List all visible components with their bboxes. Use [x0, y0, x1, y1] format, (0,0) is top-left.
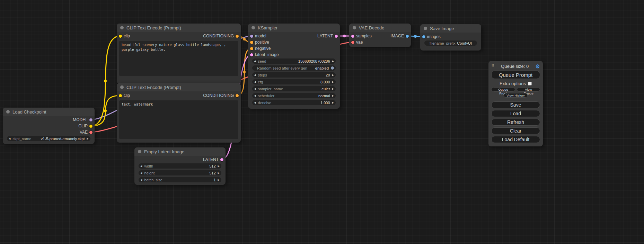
slots: LATENT: [134, 156, 226, 163]
save-button[interactable]: Save: [491, 101, 540, 108]
widget-steps[interactable]: ◀ steps 20 ▶: [252, 72, 336, 78]
extra-options-row: Extra options: [491, 81, 540, 86]
prompt-textarea[interactable]: text, watermark: [119, 100, 238, 139]
increment-arrow-icon[interactable]: ▶: [332, 74, 334, 76]
increment-arrow-icon[interactable]: ▶: [218, 172, 220, 174]
widget-ckpt-name[interactable]: ◀ ckpt_name v1-5-pruned-emaonly.ckpt ▶: [7, 136, 90, 141]
widget-filename-prefix[interactable]: filename_prefix ComfyUI: [424, 40, 477, 46]
widget-batch-size[interactable]: ◀ batch_size 1 ▶: [139, 177, 221, 182]
node-clip-text-encode-positive[interactable]: CLIP Text Encode (Prompt) clip CONDITION…: [117, 24, 241, 84]
slot-row: VAE: [3, 129, 95, 135]
decrement-arrow-icon[interactable]: ◀: [254, 81, 256, 83]
settings-gear-icon[interactable]: ⚙: [536, 64, 540, 69]
node-titlebar[interactable]: CLIP Text Encode (Prompt): [117, 24, 241, 32]
input-port-clip[interactable]: [119, 94, 122, 97]
load-button[interactable]: Load: [491, 110, 540, 117]
output-port-conditioning[interactable]: [236, 35, 239, 38]
queue-prompt-button[interactable]: Queue Prompt: [491, 71, 540, 79]
widget-label: Random seed after every gen: [257, 66, 307, 70]
increment-arrow-icon[interactable]: ▶: [218, 179, 220, 181]
widget-value: normal: [318, 94, 330, 98]
node-empty-latent-image[interactable]: Empty Latent Image LATENT ◀ width 512 ▶ …: [134, 147, 226, 185]
prompt-textarea[interactable]: beautiful scenery nature glass bottle la…: [119, 41, 238, 76]
input-port-positive[interactable]: [250, 41, 253, 44]
node-save-image[interactable]: Save Image images filename_prefix ComfyU…: [420, 24, 481, 51]
slots: images: [420, 33, 481, 40]
decrement-arrow-icon[interactable]: ◀: [140, 172, 142, 174]
increment-arrow-icon[interactable]: ▶: [332, 81, 334, 83]
widget-cfg[interactable]: ◀ cfg 8.000 ▶: [252, 79, 336, 84]
node-titlebar[interactable]: CLIP Text Encode (Prompt): [117, 83, 241, 91]
node-titlebar[interactable]: Load Checkpoint: [3, 108, 95, 116]
slot-row: model LATENT: [248, 33, 340, 39]
node-ksampler[interactable]: KSampler model LATENT positive negative …: [248, 24, 340, 109]
decrement-arrow-icon[interactable]: ◀: [9, 137, 10, 140]
queue-front-button[interactable]: Queue Front: [491, 87, 515, 92]
decrement-arrow-icon[interactable]: ◀: [254, 94, 256, 97]
widget-denoise[interactable]: ◀ denoise 1.000 ▶: [252, 100, 336, 105]
input-port-latent-image[interactable]: [250, 53, 253, 56]
node-title: Empty Latent Image: [144, 149, 184, 154]
output-port-conditioning[interactable]: [236, 94, 239, 97]
widget-random-seed-toggle[interactable]: Random seed after every gen enabled: [252, 65, 336, 71]
output-port-latent[interactable]: [220, 158, 223, 161]
slot-row: clip CONDITIONING: [117, 92, 241, 99]
increment-arrow-icon[interactable]: ▶: [218, 165, 220, 167]
decrement-arrow-icon[interactable]: ◀: [254, 74, 256, 76]
input-port-vae[interactable]: [351, 41, 354, 44]
increment-arrow-icon[interactable]: ▶: [332, 101, 334, 104]
input-slot-label: clip: [124, 93, 130, 98]
slots: MODEL CLIP VAE: [3, 116, 95, 135]
input-port-images[interactable]: [422, 35, 425, 38]
increment-arrow-icon[interactable]: ▶: [332, 88, 334, 90]
node-titlebar[interactable]: KSampler: [248, 24, 340, 32]
output-port-model[interactable]: [89, 118, 92, 121]
clear-button[interactable]: Clear: [491, 127, 540, 134]
node-titlebar[interactable]: VAE Decode: [349, 24, 411, 32]
queue-menu-panel: ⠿ Queue size: 0 ⚙ Queue Prompt Extra opt…: [488, 61, 543, 146]
widget-width[interactable]: ◀ width 512 ▶: [139, 163, 221, 169]
input-port-model[interactable]: [250, 35, 253, 38]
view-history-button[interactable]: View History: [504, 93, 528, 98]
output-port-latent[interactable]: [335, 35, 338, 38]
slot-row: vae: [349, 39, 411, 45]
input-port-negative[interactable]: [250, 47, 253, 50]
wire-clip-negative: [91, 96, 120, 126]
node-title: Save Image: [430, 26, 454, 31]
slots: model LATENT positive negative latent_im…: [248, 32, 340, 58]
increment-arrow-icon[interactable]: ▶: [332, 94, 334, 97]
node-titlebar[interactable]: Empty Latent Image: [134, 147, 226, 156]
widget-scheduler[interactable]: ◀ scheduler normal ▶: [252, 93, 336, 98]
refresh-button[interactable]: Refresh: [491, 119, 540, 126]
extra-options-label: Extra options: [500, 81, 526, 86]
node-clip-text-encode-negative[interactable]: CLIP Text Encode (Prompt) clip CONDITION…: [117, 83, 241, 143]
output-port-clip[interactable]: [89, 125, 92, 128]
input-port-clip[interactable]: [119, 35, 122, 38]
wire-midpoint-dot: [243, 38, 246, 40]
widget-label: ckpt_name: [12, 137, 31, 141]
decrement-arrow-icon[interactable]: ◀: [254, 101, 256, 104]
increment-arrow-icon[interactable]: ▶: [332, 60, 334, 62]
decrement-arrow-icon[interactable]: ◀: [254, 88, 256, 90]
drag-handle-icon[interactable]: ⠿: [491, 64, 494, 69]
output-slot-label: CLIP: [78, 124, 88, 128]
output-port-image[interactable]: [406, 35, 409, 38]
slots: samples IMAGE vae: [349, 32, 411, 45]
output-port-vae[interactable]: [89, 131, 92, 134]
node-vae-decode[interactable]: VAE Decode samples IMAGE vae: [349, 24, 411, 47]
widget-sampler-name[interactable]: ◀ sampler_name euler ▶: [252, 86, 336, 91]
decrement-arrow-icon[interactable]: ◀: [254, 60, 256, 62]
load-default-button[interactable]: Load Default: [491, 136, 540, 143]
slot-row: samples IMAGE: [349, 33, 411, 39]
toggle-indicator-icon[interactable]: [331, 66, 334, 70]
input-port-samples[interactable]: [351, 35, 354, 38]
decrement-arrow-icon[interactable]: ◀: [140, 165, 142, 167]
node-load-checkpoint[interactable]: Load Checkpoint MODEL CLIP VAE ◀ ckpt_na…: [3, 108, 95, 144]
extra-options-checkbox[interactable]: [528, 82, 532, 85]
widget-height[interactable]: ◀ height 512 ▶: [139, 170, 221, 175]
view-queue-button[interactable]: View Queue: [517, 87, 540, 92]
widget-seed[interactable]: ◀ seed 156680208700286 ▶: [252, 58, 336, 64]
decrement-arrow-icon[interactable]: ◀: [140, 179, 142, 181]
node-titlebar[interactable]: Save Image: [420, 24, 481, 33]
increment-arrow-icon[interactable]: ▶: [87, 137, 89, 140]
